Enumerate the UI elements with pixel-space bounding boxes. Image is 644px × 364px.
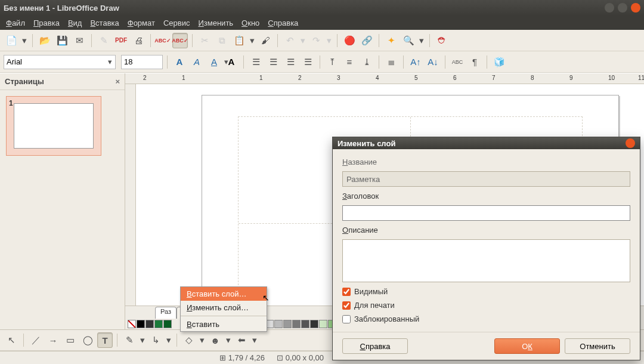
layer-tab-1[interactable]: Раз [155,307,177,319]
symbol-shapes-tool[interactable]: ☻ [208,332,223,348]
align-top-button[interactable]: ⤒ [324,54,340,70]
increase-font-button[interactable]: A↑ [408,54,423,70]
checkbox-visible-input[interactable] [342,288,351,296]
color-swatch[interactable] [301,320,309,328]
bold-button[interactable]: A [172,54,187,70]
redo-button[interactable]: ↷ [308,33,324,48]
ok-button[interactable]: ОК [494,338,560,354]
ctx-insert-layer[interactable]: Вставить слой… [181,287,267,301]
rectangle-tool[interactable]: ▭ [63,332,78,348]
color-swatch[interactable] [310,320,318,328]
cancel-button[interactable]: Отменить [565,338,630,354]
dialog-close-button[interactable] [626,138,635,148]
block-arrows-tool[interactable]: ⬅ [234,332,249,348]
hyperlink-button[interactable]: 🔗 [359,33,374,48]
align-bottom-button[interactable]: ⤓ [359,54,374,70]
spellcheck-button[interactable]: ABC✓ [155,33,171,48]
close-panel-icon[interactable]: × [115,77,120,86]
title-field[interactable] [342,205,630,221]
align-justify-button[interactable]: ☰ [300,54,315,70]
font-name-input[interactable] [7,57,107,66]
help-button[interactable]: Справка [342,338,408,354]
checkbox-printable-input[interactable] [342,301,351,310]
print-button[interactable]: 🖨 [131,33,146,48]
checkbox-locked[interactable]: Заблокированный [342,314,630,323]
page-thumbnail[interactable]: 1 [6,96,101,156]
align-left-button[interactable]: ☰ [248,54,264,70]
close-button[interactable] [631,3,640,13]
navigator-button[interactable]: ✦ [383,33,399,48]
menu-file[interactable]: Файл [6,18,25,27]
text-tool[interactable]: T [97,332,113,348]
color-swatch[interactable] [163,320,172,328]
color-swatch[interactable] [274,320,283,328]
ruler-vertical[interactable] [125,84,136,306]
undo-button[interactable]: ↶ [282,33,298,48]
line-tool[interactable]: ／ [28,332,44,348]
bulletlist-button[interactable]: ≣ [383,54,399,70]
color-swatch[interactable] [292,320,301,328]
undo-dropdown[interactable]: ▾ [299,33,306,48]
checkbox-printable[interactable]: Для печати [342,301,630,310]
new-button[interactable]: 📄 [4,33,19,48]
decrease-font-button[interactable]: A↓ [425,54,441,70]
color-swatch[interactable] [145,320,154,328]
paste-button[interactable]: 📋 [231,33,247,48]
auto-spellcheck-button[interactable]: ABC✓ [172,33,188,48]
menu-format[interactable]: Формат [128,18,155,27]
color-swatch[interactable] [154,320,163,328]
underline-button[interactable]: A [206,54,222,70]
ctx-paste[interactable]: Вставить [181,317,267,331]
basic-shapes-dropdown[interactable]: ▾ [199,332,206,348]
menu-tools[interactable]: Сервис [163,18,190,27]
menu-insert[interactable]: Вставка [90,18,119,27]
email-button[interactable]: ✉ [72,33,87,48]
help-button[interactable]: ⛑ [434,33,450,48]
edit-button[interactable]: ✎ [96,33,112,48]
save-button[interactable]: 💾 [54,33,70,48]
select-tool[interactable]: ↖ [4,332,19,348]
color-swatch[interactable] [137,320,145,328]
ellipse-tool[interactable]: ◯ [80,332,95,348]
maximize-button[interactable] [618,3,627,13]
copy-button[interactable]: ⧉ [214,33,230,48]
font-color-button[interactable]: A [224,54,239,70]
zoom-button[interactable]: 🔍 [401,33,416,48]
connector-tool[interactable]: ↳ [148,332,163,348]
symbol-shapes-dropdown[interactable]: ▾ [225,332,232,348]
curve-dropdown[interactable]: ▾ [139,332,146,348]
extrusion-button[interactable]: 🧊 [491,54,507,70]
font-name-combo[interactable]: ▾ [4,55,116,69]
ctx-modify-layer[interactable]: Изменить слой… [181,301,267,314]
cut-button[interactable]: ✂ [197,33,212,48]
menu-view[interactable]: Вид [68,18,82,27]
paragraph-button[interactable]: ¶ [467,54,482,70]
arrow-tool[interactable]: → [45,332,61,348]
paste-dropdown[interactable]: ▾ [249,33,256,48]
menu-edit[interactable]: Правка [33,18,60,27]
menu-window[interactable]: Окно [242,18,259,27]
font-size-combo[interactable]: ▾ [121,55,163,69]
checkbox-visible[interactable]: Видимый [342,287,630,296]
align-center-button[interactable]: ☰ [265,54,281,70]
align-right-button[interactable]: ☰ [283,54,298,70]
ruler-horizontal[interactable]: 2 1 1 2 3 4 5 6 7 8 9 10 11 [125,73,644,84]
redo-dropdown[interactable]: ▾ [326,33,333,48]
character-button[interactable]: ABC [450,54,465,70]
menu-modify[interactable]: Изменить [198,18,233,27]
description-field[interactable] [342,239,630,282]
basic-shapes-tool[interactable]: ◇ [181,332,197,348]
italic-button[interactable]: A [189,54,205,70]
chart-button[interactable]: 🔴 [342,33,357,48]
format-paintbrush-button[interactable]: 🖌 [258,33,273,48]
swatch-none[interactable] [128,320,136,328]
new-dropdown[interactable]: ▾ [21,33,28,48]
menu-help[interactable]: Справка [268,18,298,27]
color-swatch[interactable] [319,320,327,328]
chevron-down-icon[interactable]: ▾ [107,57,113,66]
export-pdf-button[interactable]: PDF [113,33,129,48]
checkbox-locked-input[interactable] [342,315,351,323]
connector-dropdown[interactable]: ▾ [165,332,172,348]
block-arrows-dropdown[interactable]: ▾ [251,332,258,348]
open-button[interactable]: 📂 [37,33,52,48]
